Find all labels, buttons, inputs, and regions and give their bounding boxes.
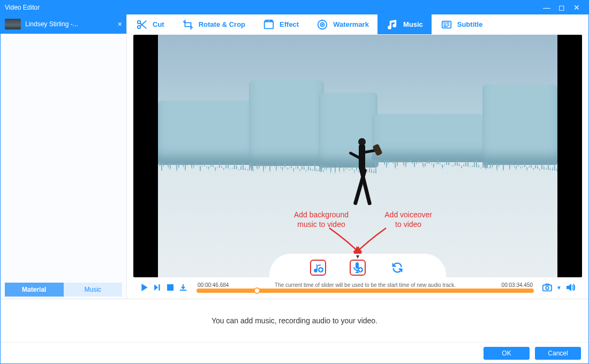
tool-effect[interactable]: Effect [254,14,307,34]
info-strip: You can add music, recording audio to yo… [1,299,588,342]
add-voiceover-button[interactable] [350,260,366,276]
toolbar: Cut Rotate & Crop Effect [127,14,588,35]
tool-rotate-crop[interactable]: Rotate & Crop [173,14,254,34]
maximize-button[interactable]: ◻ [554,3,569,12]
action-tray: ▾ [269,254,446,277]
tool-watermark[interactable]: Watermark [307,14,377,34]
sidebar-tab-music-label: Music [85,286,101,293]
sidebar-empty-area [1,34,126,280]
refresh-button[interactable] [389,260,405,276]
svg-rect-2 [265,21,274,28]
cancel-button[interactable]: Cancel [535,347,581,360]
window-title: Video Editor [5,4,539,11]
step-button[interactable] [153,283,162,292]
video-frame [158,35,557,277]
tool-rotate-crop-label: Rotate & Crop [199,20,245,28]
title-bar: Video Editor ― ◻ ✕ [1,1,588,14]
snapshot-button[interactable] [542,283,552,292]
sidebar-tab-material[interactable]: Material [5,283,64,297]
tool-subtitle[interactable]: SUB Subtitle [432,14,492,34]
current-time: 00:00:46.684 [198,282,229,288]
tool-cut-label: Cut [153,20,164,28]
music-note-icon [386,18,399,31]
close-file-icon[interactable]: × [118,20,122,28]
tool-cut[interactable]: Cut [127,14,173,34]
tool-music[interactable]: Music [377,14,432,34]
play-button[interactable] [140,283,149,292]
svg-point-0 [138,20,141,24]
sidebar-tab-music[interactable]: Music [64,283,123,297]
tool-music-label: Music [403,20,423,28]
minimize-button[interactable]: ― [539,3,554,12]
sidebar: Lindsey Stirling -... × Material Music [1,14,127,299]
total-time: 00:03:34.450 [502,282,533,288]
open-file-tab[interactable]: Lindsey Stirling -... × [1,14,126,34]
snapshot-dropdown-icon[interactable]: ▼ [554,283,564,292]
video-preview[interactable]: Add background music to video Add voiceo… [133,35,582,277]
close-window-button[interactable]: ✕ [569,3,584,12]
watermark-icon [316,18,329,31]
footer: OK Cancel [1,342,588,363]
export-frame-button[interactable] [178,283,188,292]
timeline-thumb[interactable] [254,287,260,294]
tray-collapse-icon[interactable]: ▾ [356,253,359,260]
svg-rect-12 [158,284,160,291]
timeline-hint: The current time of slider will be used … [229,282,501,288]
svg-rect-13 [167,284,173,291]
svg-point-1 [138,25,141,28]
svg-rect-14 [543,285,552,291]
tool-watermark-label: Watermark [333,20,369,28]
timeline-track[interactable] [197,289,534,293]
stop-button[interactable] [165,283,175,292]
sidebar-tab-material-label: Material [22,286,46,293]
subtitle-icon: SUB [440,18,453,31]
tool-subtitle-label: Subtitle [457,20,483,28]
file-name-label: Lindsey Stirling -... [25,20,114,28]
add-music-button[interactable] [310,260,326,276]
file-thumbnail [5,19,21,29]
svg-point-6 [322,24,323,25]
scissors-icon [135,18,148,31]
effect-icon [262,18,275,31]
ok-button[interactable]: OK [484,347,530,360]
svg-text:SUB: SUB [443,21,449,25]
tool-effect-label: Effect [280,20,299,28]
rotate-crop-icon [182,18,194,31]
volume-button[interactable] [566,283,576,292]
svg-point-3 [271,20,273,21]
svg-rect-10 [356,262,359,269]
info-text: You can add music, recording audio to yo… [212,316,377,325]
timeline: 00:00:46.684 The current time of slider … [133,277,582,299]
svg-point-15 [546,286,548,289]
